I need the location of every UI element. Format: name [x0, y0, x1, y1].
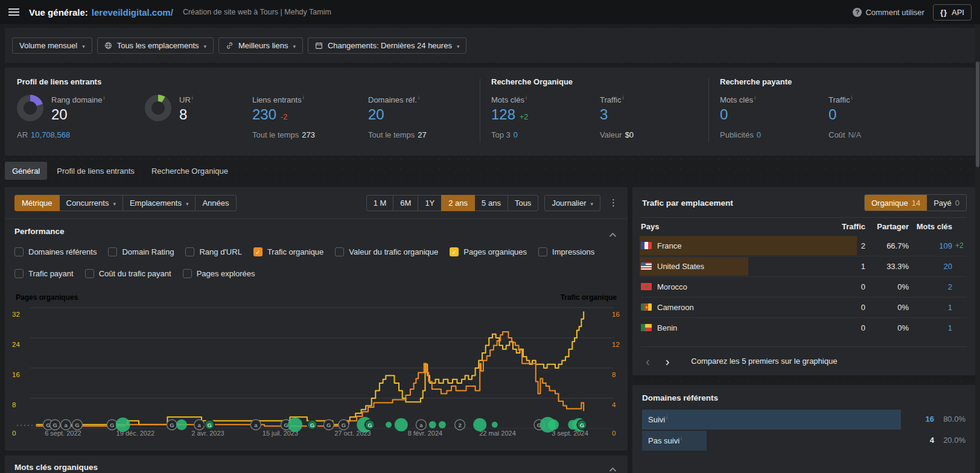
metric-checkbox-0-1[interactable]: Domain Rating [108, 247, 174, 256]
keywords-cell[interactable]: 109 [909, 241, 952, 250]
right-axis-tick: 0 [612, 430, 616, 437]
info-icon[interactable] [303, 95, 304, 101]
keywords-cell[interactable]: 1 [909, 303, 952, 312]
info-icon[interactable] [418, 95, 419, 101]
event-marker-green[interactable] [492, 422, 498, 428]
location-row-fr[interactable]: France266.7%109+2 [641, 235, 967, 256]
target-domain-link[interactable]: lereveildigital.com/ [92, 7, 173, 17]
range-button-1[interactable]: 6M [393, 195, 418, 211]
caret-down-icon [113, 198, 116, 208]
metric-subline: Top 30 [491, 130, 600, 139]
tab-0[interactable]: Général [5, 162, 47, 180]
organic-search-group: Recherche Organique Mots clés 128+2 Top … [491, 77, 708, 146]
hamburger-menu-icon[interactable] [8, 8, 19, 16]
column-share[interactable]: Partager [865, 222, 909, 231]
tab-2[interactable]: Recherche Organique [144, 162, 235, 180]
range-button-3[interactable]: 2 ans [441, 195, 475, 211]
help-link[interactable]: Comment utiliser [853, 8, 924, 17]
metric-checkbox-0-5[interactable]: Pages organiques [450, 247, 527, 256]
info-icon[interactable] [666, 414, 667, 421]
metric-checkbox-0-2[interactable]: Rang d'URL [185, 247, 241, 256]
range-button-5[interactable]: Tous [508, 195, 538, 211]
info-icon[interactable] [851, 95, 852, 101]
metric-checkbox-1-0[interactable]: Trafic payant [14, 269, 74, 278]
range-button-2[interactable]: 1Y [418, 195, 442, 211]
metric-checkbox-0-6[interactable]: Impressions [538, 247, 594, 256]
event-marker-letter: a [254, 422, 258, 428]
toggle-organique[interactable]: Organique14 [865, 195, 927, 211]
toggle-payé[interactable]: Payé0 [927, 195, 966, 211]
page-scrollbar[interactable] [975, 24, 980, 473]
group-title: Recherche payante [720, 77, 963, 86]
button-label: Années [202, 198, 229, 208]
keywords-cell[interactable]: 2 [909, 282, 952, 291]
metric-checkbox-0-0[interactable]: Domaines référents [14, 247, 97, 256]
metric-value[interactable]: 3 [600, 106, 708, 123]
event-marker-green[interactable] [395, 418, 408, 431]
location-row-ma[interactable]: Morocco00%2 [641, 276, 967, 297]
page-next-icon[interactable] [661, 357, 675, 366]
caret-down-icon [590, 198, 593, 208]
location-row-bj[interactable]: Benin00%1 [641, 317, 967, 338]
kebab-menu-icon[interactable] [609, 197, 618, 208]
followed-count[interactable]: 16 [914, 414, 934, 424]
scrollbar-thumb[interactable] [976, 62, 979, 167]
info-icon[interactable] [192, 95, 193, 101]
collapse-chevron-up-icon[interactable] [609, 229, 617, 240]
metric-value[interactable]: 0 [720, 106, 829, 123]
metric-button-1[interactable]: Concurrents [59, 195, 123, 211]
event-marker-green[interactable] [439, 421, 446, 428]
metric-value[interactable]: 128+2 [491, 106, 600, 123]
filter-button-0[interactable]: Volume mensuel [12, 37, 92, 54]
metric-button-2[interactable]: Emplacements [122, 195, 196, 211]
column-country[interactable]: Pays [641, 222, 830, 231]
metric-button-0[interactable]: Métrique [14, 195, 60, 211]
event-marker-green[interactable] [176, 419, 187, 430]
metric-checkbox-1-2[interactable]: Pages explorées [183, 269, 255, 278]
event-marker-letter: a [64, 422, 68, 428]
x-axis-tick: 22 mai 2024 [479, 430, 516, 437]
info-icon[interactable] [526, 95, 527, 101]
location-row-cm[interactable]: Cameroon00%1 [641, 297, 967, 317]
collapse-chevron-up-icon[interactable] [609, 464, 617, 473]
event-marker-green[interactable] [429, 421, 436, 428]
caret-down-icon [82, 41, 85, 50]
keywords-cell[interactable]: 1 [909, 323, 952, 332]
filter-button-1[interactable]: Tous les emplacements [97, 37, 214, 54]
event-marker-green[interactable] [288, 417, 302, 432]
event-marker-green[interactable] [116, 417, 130, 432]
traffic-cell: 1 [830, 262, 865, 271]
metric-value[interactable]: 20 [368, 106, 477, 123]
country-cell: United States [641, 262, 830, 271]
section-divider [708, 78, 709, 142]
not-followed-row[interactable]: Pas suivi 4 20.0% [642, 431, 966, 451]
metric-button-3[interactable]: Années [195, 195, 236, 211]
info-icon[interactable] [622, 95, 623, 101]
event-marker-green[interactable] [386, 422, 392, 428]
info-icon[interactable] [754, 95, 756, 101]
compare-on-chart-link[interactable]: Comparez les 5 premiers sur le graphique [691, 357, 837, 366]
event-marker-green[interactable] [473, 418, 486, 431]
info-icon[interactable] [681, 436, 682, 442]
tab-1[interactable]: Profil de liens entrants [49, 162, 142, 180]
followed-row[interactable]: Suivi 16 80.0% [642, 410, 966, 430]
location-row-us[interactable]: United States133.3%20 [641, 256, 967, 276]
metric-value[interactable]: 230-2 [252, 106, 368, 123]
metric-checkbox-0-3[interactable]: Trafic organique [253, 247, 323, 256]
metric-checkbox-0-4[interactable]: Valeur du trafic organique [335, 247, 438, 256]
traffic-cell: 0 [830, 323, 865, 332]
filter-button-2[interactable]: Meilleurs liens [218, 37, 303, 54]
range-button-4[interactable]: 5 ans [474, 195, 508, 211]
api-button[interactable]: {} API [933, 4, 972, 21]
event-marker-green[interactable] [548, 419, 559, 430]
page-prev-icon[interactable] [641, 357, 655, 366]
keywords-cell[interactable]: 20 [909, 262, 952, 271]
range-button-0[interactable]: 1 M [366, 195, 394, 211]
column-keywords[interactable]: Mots clés [909, 222, 952, 231]
column-traffic[interactable]: Traffic [830, 222, 865, 231]
info-icon[interactable] [104, 95, 105, 101]
granularity-dropdown[interactable]: Journalier [544, 195, 600, 211]
event-marker-letter: 2 [458, 422, 461, 428]
filter-button-3[interactable]: Changements: Dernières 24 heures [308, 37, 466, 54]
metric-checkbox-1-1[interactable]: Coût du trafic payant [85, 269, 171, 278]
